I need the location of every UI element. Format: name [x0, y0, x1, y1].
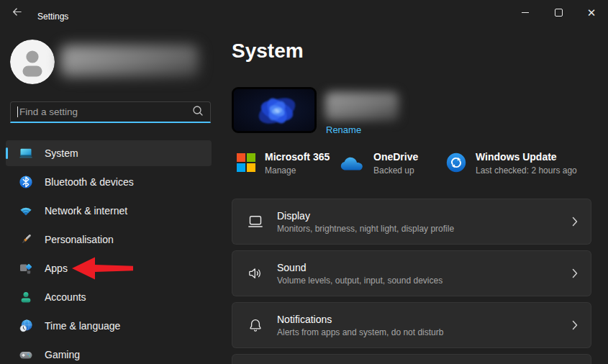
sidebar-item-gaming[interactable]: Gaming: [6, 342, 212, 364]
system-icon: [19, 146, 33, 160]
row-title: Display: [277, 210, 454, 222]
apps-icon: [19, 261, 33, 276]
sidebar-item-label: Apps: [45, 263, 68, 274]
row-subtitle: Alerts from apps and system, do not dist…: [277, 327, 443, 337]
titlebar: Settings ✕: [0, 0, 608, 26]
card-title: Windows Update: [476, 151, 577, 163]
search-icon: [192, 105, 204, 119]
wifi-icon: [19, 204, 33, 218]
globe-clock-icon: [19, 319, 33, 333]
sidebar-item-label: System: [45, 147, 78, 159]
settings-row-sound[interactable]: Sound Volume levels, output, input, soun…: [232, 250, 591, 296]
accounts-person-icon: [19, 290, 33, 304]
settings-row-partial[interactable]: [232, 354, 591, 364]
minimize-button[interactable]: [509, 0, 542, 24]
sidebar-item-network-internet[interactable]: Network & internet: [6, 198, 212, 224]
row-title: Notifications: [277, 314, 443, 325]
sidebar-item-apps[interactable]: Apps: [6, 255, 212, 281]
search-box[interactable]: [10, 101, 211, 123]
card-title: OneDrive: [373, 151, 418, 163]
row-subtitle: Volume levels, output, input, sound devi…: [277, 276, 443, 286]
user-name-redacted: [60, 45, 199, 77]
sidebar-item-bluetooth-devices[interactable]: Bluetooth & devices: [6, 169, 212, 195]
close-button[interactable]: ✕: [575, 0, 608, 24]
sidebar-item-time-language[interactable]: Time & language: [6, 313, 212, 339]
window-title: Settings: [37, 12, 68, 22]
sidebar-item-label: Gaming: [45, 349, 80, 360]
sidebar-item-personalisation[interactable]: Personalisation: [6, 227, 212, 252]
search-input[interactable]: [19, 106, 192, 117]
card-subtitle: Last checked: 2 hours ago: [476, 165, 577, 176]
window-controls: ✕: [509, 0, 608, 24]
card-onedrive[interactable]: OneDrive Backed up: [340, 151, 418, 176]
sound-speaker-icon: [247, 265, 264, 282]
sidebar-item-label: Personalisation: [45, 234, 114, 245]
card-microsoft-365[interactable]: Microsoft 365 Manage: [237, 151, 330, 176]
bluetooth-icon: [19, 175, 33, 189]
gamepad-icon: [19, 347, 33, 362]
card-subtitle: Manage: [265, 165, 330, 176]
page-title: System: [232, 40, 304, 63]
person-icon: [10, 40, 55, 84]
maximize-button[interactable]: [542, 0, 575, 24]
card-subtitle: Backed up: [373, 165, 418, 176]
back-arrow-icon: [12, 6, 22, 20]
row-subtitle: Monitors, brightness, night light, displ…: [277, 224, 454, 234]
rename-link[interactable]: Rename: [326, 124, 361, 135]
chevron-right-icon: [572, 217, 578, 227]
sidebar-nav: System Bluetooth & devices Network & int…: [6, 140, 212, 364]
settings-row-notifications[interactable]: Notifications Alerts from apps and syste…: [232, 302, 591, 348]
selected-indicator: [6, 147, 8, 159]
settings-row-display[interactable]: Display Monitors, brightness, night ligh…: [232, 199, 591, 245]
sidebar-item-label: Bluetooth & devices: [45, 176, 134, 188]
user-avatar[interactable]: [10, 40, 55, 84]
sidebar-item-label: Network & internet: [45, 205, 127, 217]
paintbrush-icon: [19, 232, 33, 247]
back-button[interactable]: [6, 3, 27, 23]
windows-update-sync-icon: [446, 153, 466, 176]
maximize-icon: [555, 9, 563, 17]
row-title: Sound: [277, 262, 443, 273]
card-windows-update[interactable]: Windows Update Last checked: 2 hours ago: [446, 151, 577, 176]
sidebar-item-accounts[interactable]: Accounts: [6, 284, 212, 310]
minimize-icon: [522, 12, 529, 13]
windows-bloom-image: [234, 89, 314, 131]
chevron-right-icon: [572, 320, 578, 330]
sidebar-item-label: Time & language: [45, 320, 120, 332]
notifications-bell-icon: [247, 317, 264, 334]
sidebar-item-label: Accounts: [45, 291, 86, 303]
device-wallpaper-thumbnail: [232, 87, 317, 133]
sidebar-item-system[interactable]: System: [6, 140, 212, 166]
text-cursor: [17, 106, 18, 117]
device-name-redacted: [325, 92, 399, 121]
display-icon: [247, 213, 264, 230]
chevron-right-icon: [572, 268, 578, 278]
close-icon: ✕: [587, 7, 596, 18]
card-title: Microsoft 365: [265, 151, 330, 163]
onedrive-cloud-icon: [340, 156, 364, 174]
microsoft-logo-icon: [237, 153, 255, 175]
